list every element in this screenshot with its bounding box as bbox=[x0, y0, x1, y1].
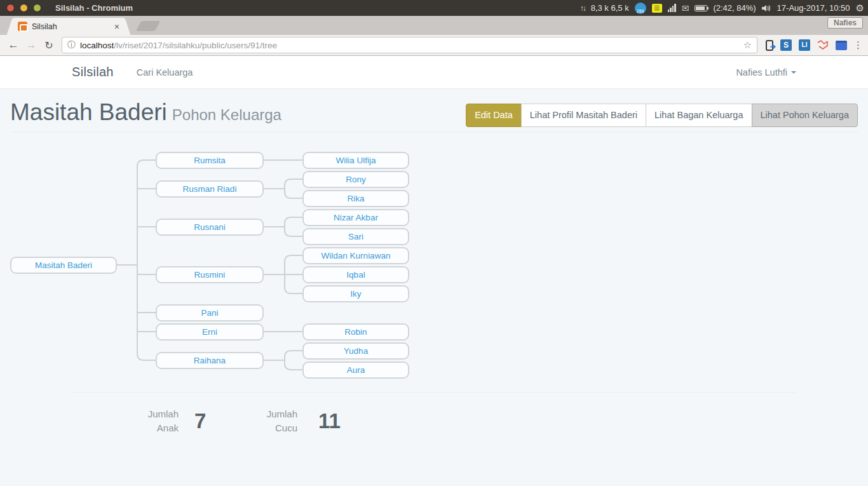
lihat-bagan-button[interactable]: Lihat Bagan Keluarga bbox=[646, 104, 752, 127]
volume-icon[interactable] bbox=[762, 4, 771, 12]
browser-tab-silsilah[interactable]: Silsilah × bbox=[14, 18, 123, 35]
jumlah-cucu-value: 11 bbox=[318, 409, 341, 433]
stats-divider bbox=[72, 392, 796, 393]
clock-text[interactable]: 17-Aug-2017, 10:50 bbox=[777, 3, 850, 13]
forward-button[interactable]: → bbox=[23, 39, 39, 51]
window-title: Silsilah - Chromium bbox=[55, 3, 133, 13]
bookmark-star-icon[interactable]: ☆ bbox=[743, 39, 752, 51]
session-tooltip: Nafies bbox=[827, 17, 863, 29]
signal-strength-icon[interactable] bbox=[668, 4, 676, 12]
network-traffic-icon[interactable]: ↑↓ bbox=[580, 4, 585, 13]
notification-badge-icon[interactable]: 289 bbox=[635, 3, 646, 14]
tree-node[interactable]: Rusnani bbox=[156, 219, 264, 236]
tree-node[interactable]: Rusman Riadi bbox=[156, 180, 264, 198]
tree-node[interactable]: Wilia Ulfija bbox=[302, 152, 409, 169]
laravel-extension-icon[interactable] bbox=[817, 39, 829, 51]
tree-node[interactable]: Aura bbox=[302, 361, 409, 379]
tree-node[interactable]: Robin bbox=[302, 323, 409, 341]
mail-icon[interactable]: ✉ bbox=[682, 3, 689, 13]
lihat-pohon-button[interactable]: Lihat Pohon Keluarga bbox=[752, 104, 858, 127]
tree-node[interactable]: Pani bbox=[156, 304, 264, 321]
address-bar[interactable]: ⓘ localhost /lv/riset/2017/silsilahku/pu… bbox=[62, 37, 757, 53]
lihat-profil-button[interactable]: Lihat Profil Masitah Baderi bbox=[521, 104, 646, 127]
tree-node[interactable]: Rusmini bbox=[156, 266, 264, 283]
tree-node[interactable]: Raihana bbox=[156, 352, 264, 369]
jumlah-cucu-label: Jumlah Cucu bbox=[245, 407, 297, 435]
window-minimize-button[interactable] bbox=[20, 4, 28, 12]
url-host: localhost bbox=[80, 41, 114, 50]
window-maximize-button[interactable] bbox=[33, 4, 41, 12]
network-speed-text: 8,3 k 6,5 k bbox=[591, 3, 629, 13]
tree-node[interactable]: Masitah Baderi bbox=[10, 257, 117, 274]
tree-node[interactable]: Rika bbox=[302, 190, 409, 207]
xampp-favicon bbox=[18, 22, 27, 31]
family-tree: Masitah BaderiRumsitaWilia UlfijaRusman … bbox=[0, 56, 483, 412]
tree-node[interactable]: Rumsita bbox=[156, 152, 264, 169]
caret-down-icon bbox=[791, 71, 796, 74]
new-tab-button[interactable] bbox=[136, 21, 161, 31]
gear-icon[interactable]: ⚙ bbox=[856, 3, 864, 14]
system-title-bar: Silsilah - Chromium ↑↓ 8,3 k 6,5 k 289 ☰… bbox=[0, 0, 868, 16]
tree-node[interactable]: Iky bbox=[302, 285, 409, 302]
tree-node[interactable]: Rony bbox=[302, 171, 409, 188]
jumlah-anak-label: Jumlah Anak bbox=[126, 407, 179, 435]
li-extension-icon[interactable]: LI bbox=[799, 39, 810, 51]
user-dropdown[interactable]: Nafies Luthfi bbox=[736, 67, 796, 78]
browser-tab-strip: Silsilah × bbox=[0, 16, 868, 35]
extension-icons: ➔ S LI bbox=[766, 39, 847, 51]
browser-menu-button[interactable]: ⋮ bbox=[853, 39, 863, 51]
site-info-icon[interactable]: ⓘ bbox=[67, 39, 76, 51]
reload-button[interactable]: ↻ bbox=[41, 39, 57, 51]
battery-status-text: (2:42, 84%) bbox=[713, 3, 756, 13]
tree-node[interactable]: Yudha bbox=[302, 342, 409, 360]
s-extension-icon[interactable]: S bbox=[780, 39, 792, 51]
jumlah-anak-value: 7 bbox=[194, 409, 206, 433]
browser-toolbar: ← → ↻ ⓘ localhost /lv/riset/2017/silsila… bbox=[0, 35, 868, 56]
tree-node[interactable]: Iqbal bbox=[302, 266, 409, 283]
system-tray: ↑↓ 8,3 k 6,5 k 289 ☰ ✉ (2:42, 84%) 17-Au… bbox=[580, 3, 868, 14]
mobile-view-extension-icon[interactable]: ➔ bbox=[766, 40, 773, 51]
tree-node[interactable]: Wildan Kurniawan bbox=[302, 247, 409, 264]
window-controls bbox=[6, 4, 41, 12]
tab-title: Silsilah bbox=[32, 22, 57, 31]
folder-extension-icon[interactable] bbox=[836, 41, 847, 50]
url-path: /lv/riset/2017/silsilahku/public/users/9… bbox=[114, 41, 277, 50]
tree-node[interactable]: Sari bbox=[302, 228, 409, 245]
tree-node[interactable]: Nizar Akbar bbox=[302, 209, 409, 226]
tree-node[interactable]: Erni bbox=[156, 323, 264, 341]
window-close-button[interactable] bbox=[6, 4, 15, 12]
user-name: Nafies Luthfi bbox=[736, 67, 787, 78]
back-button[interactable]: ← bbox=[5, 39, 22, 51]
battery-icon[interactable] bbox=[695, 5, 707, 11]
action-button-group: Edit Data Lihat Profil Masitah Baderi Li… bbox=[466, 104, 858, 127]
tab-close-icon[interactable]: × bbox=[114, 22, 119, 32]
page-content: Silsilah Cari Keluarga Nafies Luthfi Mas… bbox=[0, 56, 868, 486]
system-monitor-icon[interactable]: ☰ bbox=[652, 4, 662, 13]
